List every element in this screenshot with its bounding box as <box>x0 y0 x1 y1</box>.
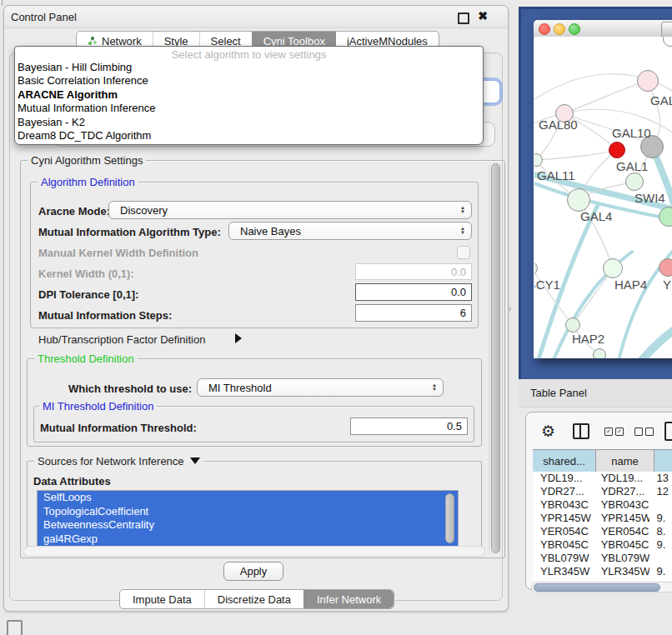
network-node[interactable] <box>609 142 625 158</box>
mi-type-combo[interactable]: Naive Bayes ▲▼ <box>228 222 472 240</box>
algorithm-option-bayesian-hill-climbing[interactable]: Bayesian - Hill Climbing <box>15 61 483 74</box>
tab-impute-data[interactable]: Impute Data <box>120 590 204 608</box>
algorithm-option-basic-correlation-inference[interactable]: Basic Correlation Inference <box>15 74 483 88</box>
collapsed-panel-icon[interactable] <box>7 620 23 635</box>
network-view[interactable]: GALGAL80GAL10GAL11GAL1SWI4GAL4GCY1HAP4YH… <box>534 37 672 358</box>
node-label-gal1: GAL1 <box>616 159 648 173</box>
column-header-name[interactable]: name <box>596 450 654 472</box>
tab-infer-network[interactable]: Infer Network <box>303 590 394 608</box>
sources-title-text: Sources for Network Inference <box>38 455 184 468</box>
network-window-titlebar[interactable] <box>534 20 672 38</box>
table-row[interactable]: YBL079WYBL079W <box>533 552 672 565</box>
manual-kernel-label: Manual Kernel Width Definition <box>38 247 198 259</box>
control-panel-titlebar[interactable]: Control Panel ✖ <box>4 6 508 28</box>
node-label-gal4: GAL4 <box>580 209 612 223</box>
aracne-mode-combo[interactable]: Discovery ▲▼ <box>108 201 472 219</box>
node-label-gal: GAL <box>650 93 672 108</box>
table-hscrollbar-track[interactable] <box>531 582 672 592</box>
table-cell: YLR345W <box>533 565 594 578</box>
table-cell: 13 <box>649 472 672 485</box>
network-node[interactable] <box>603 258 623 278</box>
table-row[interactable]: YDL19...YDL19...13 <box>533 472 672 485</box>
algorithm-option-mutual-information-inference[interactable]: Mutual Information Inference <box>15 102 483 115</box>
mi-threshold-field[interactable]: 0.5 <box>350 418 468 435</box>
attribute-item-topologicalcoefficient[interactable]: TopologicalCoefficient <box>38 505 458 519</box>
table-row[interactable]: YER054CYER054C8. <box>533 525 672 538</box>
window-control-partial[interactable] <box>661 22 672 38</box>
close-window-icon[interactable] <box>539 23 550 35</box>
minimize-window-icon[interactable] <box>554 23 565 35</box>
table-row[interactable]: YPR145WYPR145W9. <box>533 512 672 525</box>
sources-group-title: Sources for Network Inference <box>34 455 203 468</box>
float-panel-icon[interactable] <box>458 12 469 24</box>
table-row[interactable]: YLR345WYLR345W9. <box>533 565 672 578</box>
hub-definition-label: Hub/Transcription Factor Definition <box>38 333 205 346</box>
checked-pair-icon[interactable]: ✓✓ <box>604 428 624 436</box>
column-header-shared[interactable]: shared... <box>533 450 596 472</box>
table-row[interactable]: YIL052CYIL052C <box>533 578 672 581</box>
table-row[interactable]: YDR27...YDR27...12 <box>533 485 672 498</box>
tab-discretize-data[interactable]: Discretize Data <box>204 590 303 608</box>
table-cell: YER054C <box>533 525 594 538</box>
node-label-gal11: GAL11 <box>537 168 575 182</box>
settings-hscrollbar-track[interactable] <box>23 546 485 557</box>
node-label-gal10: GAL10 <box>612 126 651 140</box>
network-node[interactable] <box>565 318 580 332</box>
table-cell: 12 <box>649 485 672 498</box>
attribute-item-selfloops[interactable]: SelfLoops <box>38 491 458 505</box>
gear-icon[interactable]: ⚙ <box>541 422 555 441</box>
settings-group-title: Cyni Algorithm Settings <box>28 154 146 167</box>
splitpane-handle-icon[interactable]: › <box>509 304 511 313</box>
mi-steps-field[interactable]: 6 <box>355 304 472 322</box>
algorithm-select-popup: Select algorithm to view settings Bayesi… <box>14 46 484 145</box>
settings-vscrollbar-thumb[interactable] <box>491 163 500 553</box>
expand-right-icon[interactable] <box>235 333 242 343</box>
apply-button[interactable]: Apply <box>223 562 283 581</box>
screen: Control Panel ✖ NetworkStyleSelectCyni T… <box>0 0 672 635</box>
mi-threshold-label: Mutual Information Threshold: <box>40 422 197 434</box>
attribute-list-scrollbar[interactable] <box>445 493 454 543</box>
network-node[interactable] <box>637 70 659 92</box>
table-hscrollbar-thumb[interactable] <box>534 583 660 592</box>
table-cell: YIL052C <box>533 578 594 581</box>
node-label-y: Y <box>663 278 671 292</box>
network-node[interactable] <box>659 258 672 277</box>
node-label-swi4: SWI4 <box>634 191 665 205</box>
algorithm-definition-title: Algorithm Definition <box>38 176 138 188</box>
which-threshold-value: MI Threshold <box>208 382 272 394</box>
network-node[interactable] <box>625 172 644 191</box>
collapse-down-icon[interactable] <box>190 458 200 464</box>
table-body: YDL19...YDL19...13YDR27...YDR27...12YBR0… <box>533 472 672 581</box>
table-cell: 8. <box>649 525 672 538</box>
zoom-window-icon[interactable] <box>569 23 580 35</box>
bottom-tabbar: Impute DataDiscretize DataInfer Network <box>119 589 394 609</box>
settings-vscrollbar-track[interactable] <box>489 162 501 555</box>
network-node[interactable] <box>567 188 590 212</box>
column-header-2[interactable] <box>654 450 672 472</box>
algorithm-option-dream8-dc-tdc-algorithm[interactable]: Dream8 DC_TDC Algorithm <box>15 129 483 142</box>
unchecked-pair-icon[interactable] <box>634 428 654 436</box>
table-cell: YDR27... <box>594 485 649 498</box>
attribute-item-betweennesscentrality[interactable]: BetweennessCentrality <box>38 518 458 532</box>
split-columns-icon[interactable] <box>573 423 589 439</box>
table-cell: 9. <box>649 538 672 552</box>
table-row[interactable]: YBR045CYBR045C9. <box>533 538 672 552</box>
node-label-gal80: GAL80 <box>539 118 578 132</box>
network-node[interactable] <box>593 348 606 358</box>
algorithm-option-bayesian-k2[interactable]: Bayesian - K2 <box>15 116 483 129</box>
table-cell <box>649 552 672 565</box>
manual-kernel-checkbox[interactable] <box>457 246 470 259</box>
kernel-width-field[interactable]: 0.0 <box>355 263 472 280</box>
close-panel-icon[interactable]: ✖ <box>478 9 488 22</box>
data-attributes-list[interactable]: SelfLoopsTopologicalCoefficientBetweenne… <box>37 490 459 548</box>
table-row[interactable]: YBR043CYBR043C <box>533 498 672 512</box>
attribute-item-gal4rgexp[interactable]: gal4RGexp <box>38 532 458 547</box>
file-icon[interactable] <box>664 422 672 441</box>
dpi-tolerance-field[interactable]: 0.0 <box>355 283 472 301</box>
algorithm-option-aracne-algorithm[interactable]: ARACNE Algorithm <box>15 88 483 102</box>
table-cell: YIL052C <box>594 578 649 581</box>
which-threshold-combo[interactable]: MI Threshold ▲▼ <box>197 378 444 397</box>
table-cell: YDR27... <box>533 485 594 498</box>
table-header: shared...name <box>533 449 672 472</box>
table-cell: YBR045C <box>594 538 649 552</box>
